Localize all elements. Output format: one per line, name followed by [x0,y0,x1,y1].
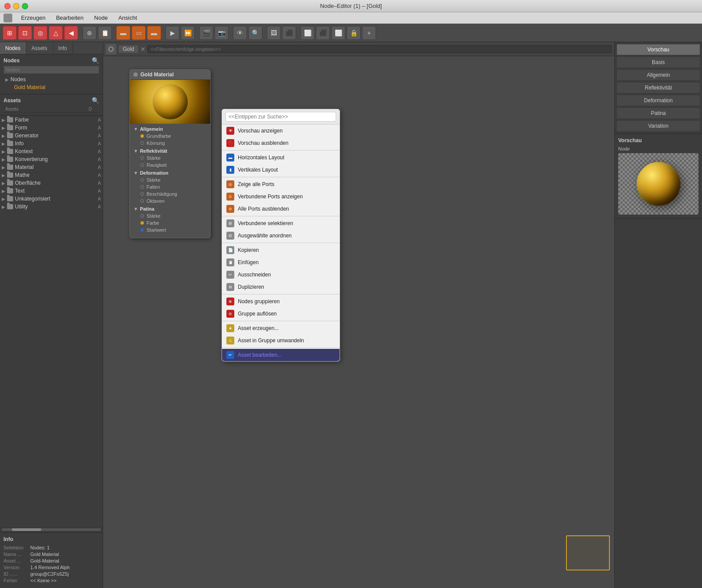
tool-btn-new[interactable]: + [362,26,376,40]
asset-farbe[interactable]: ▶ Farbe A [0,116,103,124]
tool-btn-zoom[interactable]: 🔍 [248,26,262,40]
window-controls[interactable] [4,3,28,9]
right-tab-patina[interactable]: Patina [616,108,700,119]
canvas-tab-gold[interactable]: Gold [118,45,139,54]
asset-material[interactable]: ▶ Material A [0,163,103,171]
tool-btn-panel3[interactable]: ⬜ [331,26,345,40]
cut-icon: ✂ [226,271,234,279]
asset-text[interactable]: ▶ Text A [0,187,103,195]
right-tab-variation[interactable]: Variation [616,120,700,132]
tab-assets[interactable]: Assets [26,42,53,54]
ctx-asset-erzeugen[interactable]: ★ Asset erzeugen... [222,322,340,334]
scroll-thumb[interactable] [12,528,42,531]
expand-icon: ▶ [2,173,5,178]
arrow-icon: ▶ [5,77,9,82]
tree-nodes-group[interactable]: ▶ Nodes [4,75,99,83]
param-rauigkeit: Rauigkeit [133,161,207,169]
minimize-button[interactable] [13,3,19,9]
asset-utility[interactable]: ▶ Utility A [0,203,103,211]
ctx-ausschneiden[interactable]: ✂ Ausschneiden [222,269,340,281]
asset-oberflaeche[interactable]: ▶ Oberfläche A [0,179,103,187]
context-search-input[interactable] [226,112,336,122]
tab-nodes[interactable]: Nodes [0,42,26,54]
ctx-einfugen[interactable]: 📋 Einfügen [222,256,340,269]
asset-unkategorisiert[interactable]: ▶ Unkategorisiert A [0,195,103,203]
asset-mathe[interactable]: ▶ Mathe A [0,171,103,179]
tab-info[interactable]: Info [53,42,73,54]
menu-erzeugen[interactable]: Erzeugen [19,14,47,22]
menu-bearbeiten[interactable]: Bearbeiten [54,14,86,22]
tool-btn-lock[interactable]: 🔒 [347,26,361,40]
asset-konvertierung[interactable]: ▶ Konvertierung A [0,155,103,163]
port-icon [140,228,144,232]
tool-btn-1[interactable]: ⊞ [3,26,17,40]
tree-gold-material[interactable]: Gold Material [4,83,99,91]
menu-node[interactable]: Node [93,14,110,22]
menu-ansicht[interactable]: Ansicht [117,14,139,22]
nodes-search-icon[interactable]: 🔍 [92,57,99,64]
svg-point-0 [109,47,113,51]
right-tab-reflektivitat[interactable]: Reflektivität [616,82,700,93]
expand-icon: ▶ [2,133,5,138]
tool-btn-10[interactable]: ▬ [147,26,161,40]
ctx-vorschau-ausblenden[interactable]: 🚫 Vorschau ausblenden [222,137,340,149]
ctx-horizontal-layout[interactable]: ▬ Horizontales Layout [222,151,340,164]
ctx-vorschau-anzeigen[interactable]: 👁 Vorschau anzeigen [222,125,340,137]
ctx-alle-ports-ausblenden[interactable]: ⊘ Alle Ports ausblenden [222,203,340,215]
tool-btn-eye[interactable]: 👁 [233,26,247,40]
horizontal-scrollbar[interactable] [0,527,103,532]
tool-btn-render2[interactable]: ⬛ [282,26,296,40]
asset-form[interactable]: ▶ Form A [0,124,103,132]
ctx-divider [222,150,340,151]
ctx-nodes-gruppieren[interactable]: ⊕ Nodes gruppieren [222,295,340,308]
tool-btn-4[interactable]: △ [49,26,63,40]
tool-btn-5[interactable]: ◀ [64,26,78,40]
canvas-area[interactable]: Gold Material ▼ Allgemein Grundfarb [103,56,614,588]
tool-btn-panel2[interactable]: ⬛ [316,26,330,40]
ctx-verbundene-selektieren[interactable]: ⊞ Verbundene selektieren [222,217,340,229]
ctx-kopieren[interactable]: 📄 Kopieren [222,244,340,256]
right-tab-vorschau[interactable]: Vorschau [616,44,700,55]
close-button[interactable] [4,3,11,9]
canvas-close-icon[interactable]: ✕ [140,46,146,53]
ctx-zeige-alle-ports[interactable]: ◎ Zeige alle Ports [222,178,340,190]
canvas-icon[interactable] [106,44,116,54]
tool-btn-ff[interactable]: ⏩ [181,26,195,40]
right-tab-basis[interactable]: Basis [616,57,700,68]
ctx-asset-bearbeiten[interactable]: ✏ Asset bearbeiten... [222,349,340,361]
ctx-vertical-layout[interactable]: ▮ Vertikales Layout [222,164,340,176]
ctx-verbundene-ports[interactable]: ⊙ Verbundene Ports anzeigen [222,190,340,203]
node-gold-material[interactable]: Gold Material ▼ Allgemein Grundfarb [129,69,211,238]
right-tab-allgemein[interactable]: Allgemein [616,69,700,81]
tool-btn-6[interactable]: ⊕ [82,26,97,40]
asset-generator[interactable]: ▶ Generator A [0,132,103,140]
right-tab-deformation[interactable]: Deformation [616,95,700,106]
asset-kontext[interactable]: ▶ Kontext A [0,147,103,155]
tool-btn-7[interactable]: 📋 [98,26,112,40]
param-kornung: Körnung [133,140,207,147]
tool-btn-play[interactable]: ▶ [165,26,179,40]
context-menu[interactable]: 👁 Vorschau anzeigen 🚫 Vorschau ausblende… [222,109,340,362]
tool-btn-film[interactable]: 🎬 [199,26,213,40]
tool-btn-panel1[interactable]: ⬜ [301,26,315,40]
asset-info[interactable]: ▶ Info A [0,140,103,147]
ctx-duplizieren[interactable]: ⧉ Duplizieren [222,281,340,293]
canvas-filter-input[interactable] [147,45,612,53]
tool-btn-8[interactable]: ▬ [116,26,130,40]
port-icon [140,156,144,160]
ctx-gruppe-auflosen[interactable]: ⊖ Gruppe auflösen [222,308,340,320]
assets-search-icon[interactable]: 🔍 [92,97,99,104]
tool-btn-2[interactable]: ⊡ [18,26,32,40]
expand-icon: ▶ [2,197,5,201]
nodes-filter-input[interactable] [4,66,99,74]
param-grundfarbe: Grundfarbe [133,133,207,140]
ctx-ausgewahlte-anordnen[interactable]: ⊟ Ausgewählte anordnen [222,229,340,242]
folder-icon [7,204,13,209]
folder-icon [7,188,13,194]
tool-btn-render[interactable]: 🖼 [267,26,281,40]
tool-btn-3[interactable]: ◎ [33,26,47,40]
tool-btn-9[interactable]: ▭ [132,26,146,40]
maximize-button[interactable] [22,3,28,9]
tool-btn-cam[interactable]: 📷 [215,26,229,40]
ctx-asset-in-gruppe[interactable]: ⚠ Asset in Gruppe umwandeln [222,334,340,347]
